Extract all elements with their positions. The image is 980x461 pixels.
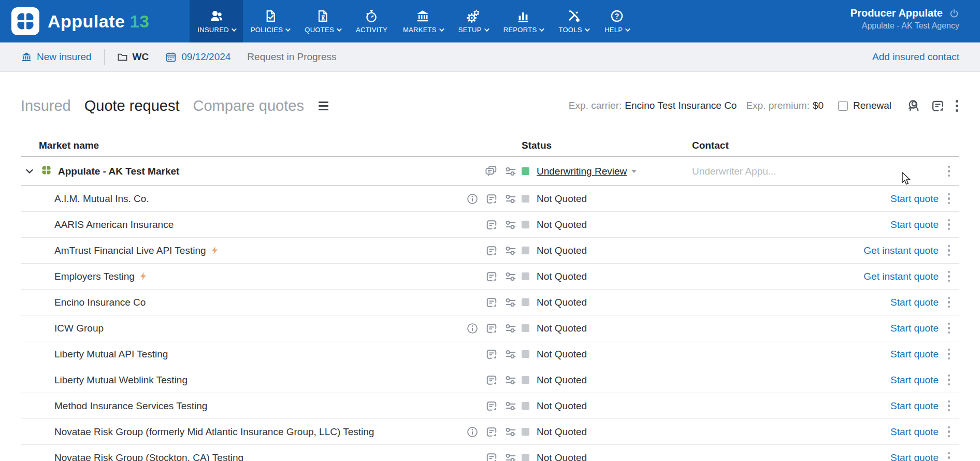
quote-action-link[interactable]: Start quote: [890, 297, 939, 308]
status-square: [522, 324, 529, 332]
workflow-icon[interactable]: [505, 219, 516, 230]
quote-request-menu-icon[interactable]: [955, 99, 959, 113]
chevron-down-icon: [484, 26, 489, 32]
find-contact-icon[interactable]: [907, 99, 921, 113]
market-name[interactable]: Novatae Risk Group (formerly Mid Atlanti…: [54, 426, 374, 438]
power-icon[interactable]: [949, 8, 959, 19]
market-name[interactable]: Employers Testing: [54, 271, 135, 282]
document-hourglass-icon: [315, 9, 330, 23]
parent-contact[interactable]: Underwriter Appu...: [692, 166, 863, 177]
market-name[interactable]: Liberty Mutual API Testing: [54, 349, 168, 360]
questionnaire-icon[interactable]: [486, 426, 497, 438]
column-status: Status: [522, 140, 692, 151]
info-icon[interactable]: [467, 323, 478, 334]
questionnaire-icon[interactable]: [486, 219, 497, 230]
nav-tools[interactable]: TOOLS: [551, 0, 596, 42]
market-name[interactable]: AmTrust Financial Live API Testing: [54, 245, 206, 256]
workflow-icon[interactable]: [505, 193, 516, 205]
tab-quote-request[interactable]: Quote request: [84, 97, 180, 114]
market-name[interactable]: Liberty Mutual Weblink Testing: [54, 374, 188, 386]
workflow-icon[interactable]: [505, 452, 516, 461]
quote-action-link[interactable]: Start quote: [890, 219, 939, 230]
nav-activity[interactable]: ACTIVITY: [348, 0, 395, 42]
nav-setup[interactable]: SETUP: [451, 0, 496, 42]
workflow-icon[interactable]: [505, 400, 516, 412]
row-menu-icon[interactable]: [947, 399, 952, 413]
market-name[interactable]: Method Insurance Services Testing: [54, 400, 207, 412]
row-menu-icon[interactable]: [947, 451, 952, 461]
questionnaire-icon[interactable]: [486, 374, 497, 386]
chat-icon[interactable]: [485, 165, 497, 178]
nav-reports[interactable]: REPORTS: [496, 0, 551, 42]
effective-date[interactable]: 09/12/2024: [165, 51, 230, 63]
quote-action-link[interactable]: Start quote: [890, 426, 939, 438]
quote-action-link[interactable]: Start quote: [890, 452, 939, 461]
questionnaire-icon[interactable]: [486, 323, 497, 334]
questionnaire-icon[interactable]: [486, 349, 497, 360]
quote-action-link[interactable]: Get instant quote: [863, 271, 939, 282]
questionnaire-icon[interactable]: [486, 400, 497, 412]
quote-action-link[interactable]: Start quote: [890, 400, 939, 412]
row-menu-icon[interactable]: [947, 270, 952, 283]
line-of-business[interactable]: WC: [117, 51, 149, 63]
main-menu: INSURED POLICIES QUOTES: [190, 0, 637, 42]
workflow-icon[interactable]: [505, 349, 516, 360]
row-menu-icon[interactable]: [947, 373, 952, 387]
parent-market-name[interactable]: Appulate - AK Test Market: [58, 166, 179, 177]
workflow-icon[interactable]: [505, 426, 516, 438]
market-name[interactable]: Encino Insurance Co: [54, 297, 146, 308]
status-square: [522, 402, 529, 410]
questionnaire-icon[interactable]: [486, 245, 497, 256]
info-icon[interactable]: [467, 193, 478, 205]
row-menu-icon[interactable]: [947, 218, 952, 232]
workflow-icon[interactable]: [505, 323, 516, 334]
tab-compare-quotes[interactable]: Compare quotes: [193, 97, 304, 114]
status-square: [522, 272, 529, 280]
market-name[interactable]: AARIS American Insurance: [54, 219, 174, 230]
workflow-icon[interactable]: [505, 297, 516, 308]
row-menu-icon[interactable]: [947, 322, 952, 335]
chevron-down-icon: [585, 26, 590, 32]
nav-markets[interactable]: MARKETS: [395, 0, 451, 42]
questionnaire-icon[interactable]: [486, 297, 497, 308]
quote-action-link[interactable]: Get instant quote: [863, 245, 939, 256]
tabs-menu-icon[interactable]: [319, 102, 328, 110]
row-menu-icon[interactable]: [947, 425, 952, 439]
collapse-chevron-icon[interactable]: [26, 169, 33, 174]
tab-insured[interactable]: Insured: [21, 97, 71, 114]
workflow-icon[interactable]: [505, 166, 516, 177]
notes-icon[interactable]: [931, 99, 944, 112]
bar-chart-icon: [516, 9, 530, 23]
market-row: AARIS American Insurance: [21, 212, 959, 238]
quote-action-link[interactable]: Start quote: [890, 349, 939, 360]
nav-help[interactable]: ? HELP: [596, 0, 638, 42]
info-icon[interactable]: [467, 426, 478, 438]
row-menu-icon[interactable]: [947, 348, 952, 361]
row-menu-icon[interactable]: [947, 165, 952, 178]
nav-insured[interactable]: INSURED: [190, 0, 243, 42]
status-square: [522, 167, 529, 175]
nav-quotes[interactable]: QUOTES: [297, 0, 348, 42]
workflow-icon[interactable]: [505, 245, 516, 256]
market-name[interactable]: ICW Group: [54, 323, 104, 334]
add-insured-contact-link[interactable]: Add insured contact: [872, 51, 959, 63]
nav-policies[interactable]: POLICIES: [243, 0, 297, 42]
workflow-icon[interactable]: [505, 374, 516, 386]
user-name[interactable]: Producer Appulate: [851, 7, 943, 19]
questionnaire-icon[interactable]: [486, 271, 497, 282]
market-name[interactable]: A.I.M. Mutual Ins. Co.: [54, 193, 149, 205]
row-menu-icon[interactable]: [947, 244, 952, 257]
parent-status-dropdown[interactable]: Underwriting Review: [537, 166, 627, 177]
renewal-checkbox[interactable]: [838, 101, 848, 111]
quote-action-link[interactable]: Start quote: [890, 323, 939, 334]
row-menu-icon[interactable]: [947, 192, 952, 206]
quote-action-link[interactable]: Start quote: [890, 193, 939, 205]
row-menu-icon[interactable]: [947, 296, 952, 309]
app-logo[interactable]: Appulate13: [0, 0, 165, 42]
questionnaire-icon[interactable]: [486, 193, 497, 205]
quote-action-link[interactable]: Start quote: [890, 374, 939, 386]
market-name[interactable]: Novatae Risk Group (Stockton, CA) Testin…: [54, 452, 243, 461]
questionnaire-icon[interactable]: [486, 452, 497, 461]
new-insured-link[interactable]: New insured: [21, 51, 92, 63]
workflow-icon[interactable]: [505, 271, 516, 282]
